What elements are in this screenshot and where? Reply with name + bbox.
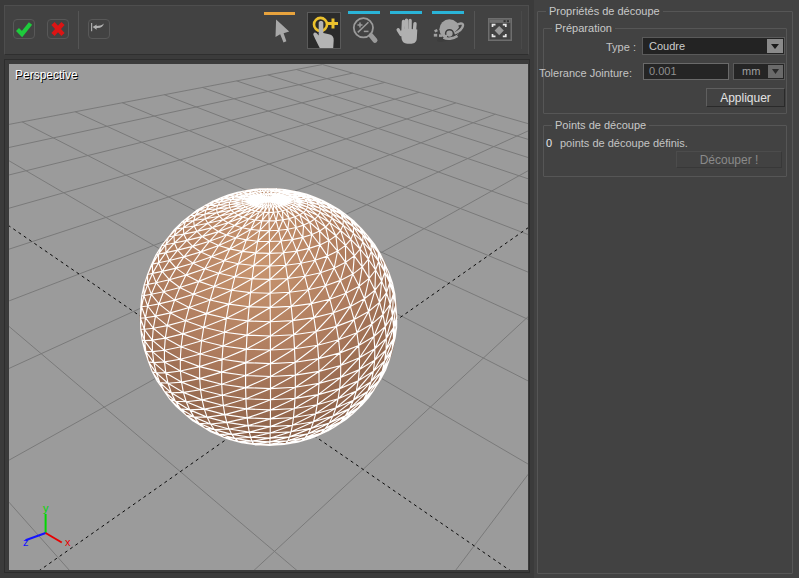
svg-text:y: y xyxy=(43,502,49,514)
svg-text:z: z xyxy=(23,536,29,548)
svg-text:x: x xyxy=(65,536,71,548)
